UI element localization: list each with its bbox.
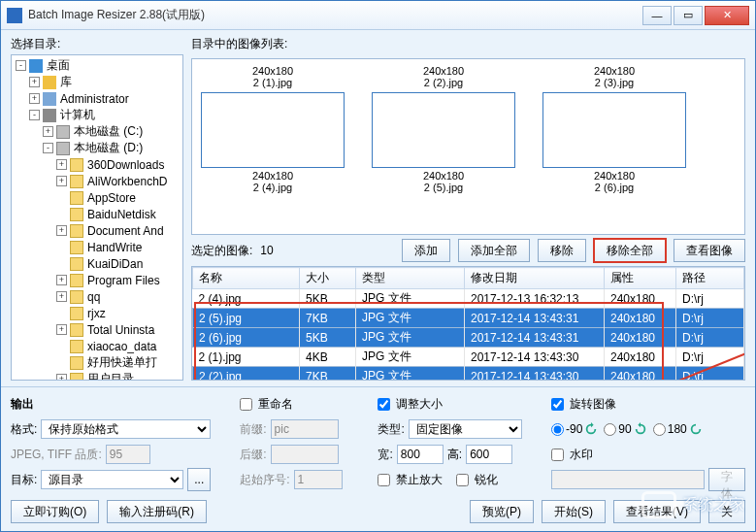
thumbnail[interactable]: 240x1802 (5).jpg	[371, 92, 516, 193]
tree-node-label: 计算机	[60, 107, 95, 123]
order-now-button[interactable]: 立即订购(O)	[11, 500, 99, 523]
column-header[interactable]: 修改日期	[465, 268, 605, 289]
input-regcode-button[interactable]: 输入注册码(R)	[107, 500, 207, 523]
rotate-180-icon	[689, 422, 703, 436]
tree-node[interactable]: +用户目录	[12, 371, 182, 381]
sharpen-checkbox[interactable]	[456, 474, 469, 486]
remove-all-button[interactable]: 移除全部	[594, 239, 666, 262]
thumbnail[interactable]: 240x1802 (3).jpg	[542, 65, 687, 88]
column-header[interactable]: 大小	[300, 268, 356, 289]
rename-label: 重命名	[258, 396, 293, 413]
no-enlarge-checkbox[interactable]	[378, 474, 390, 486]
image-list-label: 目录中的图像列表:	[191, 36, 745, 52]
tree-toggle-icon[interactable]: -	[29, 110, 40, 120]
thumbnail[interactable]: 240x1802 (1).jpg	[200, 65, 345, 88]
close-app-button[interactable]: 关	[708, 500, 745, 523]
resize-type-select[interactable]: 固定图像	[409, 419, 522, 439]
thumbnail[interactable]: 240x1802 (4).jpg	[200, 92, 345, 193]
table-row[interactable]: 2 (5).jpg7KBJPG 文件2017-12-14 13:43:31240…	[193, 309, 744, 328]
remove-button[interactable]: 移除	[538, 239, 586, 262]
column-header[interactable]: 路径	[676, 268, 744, 289]
close-button[interactable]: ✕	[705, 6, 749, 25]
tree-node-label: AliWorkbenchD	[87, 175, 167, 188]
file-table[interactable]: 名称大小类型修改日期属性路径 2 (4).jpg5KBJPG 文件2017-12…	[191, 266, 745, 381]
tree-node[interactable]: -本地磁盘 (D:)	[12, 140, 182, 156]
tree-node[interactable]: +Document And	[12, 222, 182, 239]
tree-node[interactable]: +Program Files	[12, 272, 182, 288]
start-button[interactable]: 开始(S)	[542, 500, 606, 523]
add-button[interactable]: 添加	[402, 239, 450, 262]
table-row[interactable]: 2 (2).jpg7KBJPG 文件2017-12-14 13:43:30240…	[193, 367, 744, 382]
tree-node[interactable]: KuaiDiDan	[12, 255, 182, 272]
thumbnail[interactable]: 240x1802 (6).jpg	[542, 92, 687, 193]
select-dir-label: 选择目录:	[11, 36, 183, 52]
folder-icon	[56, 125, 70, 139]
tree-node[interactable]: AppStore	[12, 189, 182, 206]
tree-node[interactable]: -计算机	[12, 107, 182, 123]
folder-icon	[70, 290, 83, 304]
tree-node[interactable]: HandWrite	[12, 239, 182, 255]
tree-node[interactable]: +库	[12, 74, 182, 90]
tree-node[interactable]: 好用快递单打	[12, 354, 182, 371]
tree-toggle-icon[interactable]: +	[29, 77, 40, 87]
height-input[interactable]	[466, 445, 512, 464]
tree-node[interactable]: +AliWorkbenchD	[12, 173, 182, 189]
tree-toggle-icon[interactable]: +	[56, 291, 67, 302]
tree-node[interactable]: +qq	[12, 288, 182, 305]
width-input[interactable]	[397, 445, 444, 464]
tree-node[interactable]: rjxz	[12, 305, 182, 321]
column-header[interactable]: 名称	[193, 268, 300, 289]
preview-button[interactable]: 预览(P)	[470, 500, 534, 523]
thumbnail-grid[interactable]: 240x1802 (1).jpg240x1802 (2).jpg240x1802…	[191, 58, 745, 235]
target-select[interactable]: 源目录	[41, 470, 183, 489]
table-row[interactable]: 2 (1).jpg4KBJPG 文件2017-12-14 13:43:30240…	[193, 348, 744, 367]
maximize-button[interactable]: ▭	[674, 6, 703, 25]
tree-toggle-icon[interactable]: +	[56, 159, 67, 170]
tree-node[interactable]: +360Downloads	[12, 156, 182, 173]
folder-icon	[56, 142, 70, 155]
resize-checkbox[interactable]	[378, 398, 390, 411]
tree-node[interactable]: +Administrator	[12, 90, 182, 107]
table-row[interactable]: 2 (6).jpg5KBJPG 文件2017-12-14 13:43:31240…	[193, 328, 744, 348]
font-button: 字体	[708, 468, 745, 491]
rotate-neg90-radio[interactable]	[551, 423, 564, 436]
selected-count-label: 选定的图像:	[191, 243, 252, 259]
format-select[interactable]: 保持原始格式	[41, 419, 211, 439]
column-header[interactable]: 类型	[356, 268, 465, 289]
tree-toggle-icon[interactable]: +	[56, 275, 67, 285]
prefix-input	[271, 419, 339, 439]
tree-node[interactable]: +Total Uninsta	[12, 321, 182, 338]
rename-checkbox[interactable]	[240, 398, 252, 411]
tree-toggle-icon[interactable]: +	[29, 93, 40, 104]
minimize-button[interactable]: —	[642, 6, 672, 25]
titlebar: Batch Image Resizer 2.88(试用版) — ▭ ✕	[1, 1, 755, 30]
watermark-checkbox[interactable]	[551, 449, 564, 461]
view-result-button[interactable]: 查看结果(V)	[613, 500, 701, 523]
tree-node-label: Program Files	[87, 274, 160, 287]
tree-node[interactable]: xiaocao_data	[12, 338, 182, 354]
tree-toggle-icon[interactable]: +	[56, 225, 67, 236]
tree-toggle-icon[interactable]: +	[43, 126, 53, 137]
width-label: 宽:	[378, 447, 392, 463]
tree-node[interactable]: -桌面	[12, 57, 182, 74]
browse-button[interactable]: ...	[187, 468, 211, 491]
add-all-button[interactable]: 添加全部	[458, 239, 530, 262]
tree-toggle-icon[interactable]: -	[16, 60, 26, 71]
column-header[interactable]: 属性	[605, 268, 676, 289]
tree-node[interactable]: +本地磁盘 (C:)	[12, 123, 182, 140]
tree-node[interactable]: BaiduNetdisk	[12, 206, 182, 222]
tree-toggle-icon[interactable]: -	[43, 143, 53, 153]
tree-toggle-icon[interactable]: +	[56, 324, 67, 335]
tree-toggle-icon[interactable]: +	[56, 176, 67, 186]
tree-toggle-icon[interactable]: +	[56, 374, 67, 381]
table-row[interactable]: 2 (4).jpg5KBJPG 文件2017-12-13 16:32:13240…	[193, 289, 744, 309]
rotate-90-radio[interactable]	[604, 423, 616, 436]
rotate-checkbox[interactable]	[551, 398, 564, 411]
directory-tree[interactable]: -桌面+库+Administrator-计算机+本地磁盘 (C:)-本地磁盘 (…	[11, 54, 183, 381]
app-icon	[7, 8, 22, 23]
rotate-180-radio[interactable]	[653, 423, 666, 436]
quality-input	[106, 445, 150, 464]
view-image-button[interactable]: 查看图像	[674, 239, 745, 262]
thumbnail[interactable]: 240x1802 (2).jpg	[371, 65, 516, 88]
tree-node-label: BaiduNetdisk	[87, 208, 156, 221]
